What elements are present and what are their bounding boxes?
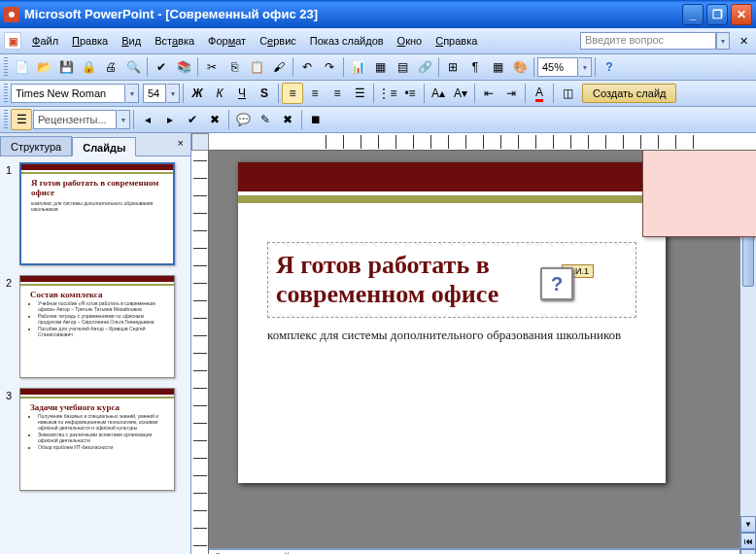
- font-dropdown[interactable]: ▼: [126, 84, 139, 103]
- menu-help[interactable]: Справка: [429, 32, 484, 50]
- align-right-button[interactable]: ≡: [326, 83, 348, 104]
- grid-button[interactable]: ▦: [487, 56, 508, 78]
- next-comment-button[interactable]: ▸: [159, 109, 181, 130]
- scroll-down-button[interactable]: ▼: [740, 516, 756, 533]
- ask-dropdown[interactable]: ▼: [716, 32, 730, 50]
- unapply-button[interactable]: ✖: [204, 109, 225, 130]
- bullets-button[interactable]: •≡: [399, 83, 421, 104]
- preview-button[interactable]: 🔍: [122, 56, 144, 78]
- apply-button[interactable]: ✔: [182, 109, 203, 130]
- permission-button[interactable]: 🔒: [78, 56, 99, 78]
- thumb-number: 2: [6, 275, 19, 289]
- underline-button[interactable]: Ч: [231, 83, 253, 104]
- shadow-button[interactable]: S: [254, 83, 275, 104]
- menu-view[interactable]: Вид: [115, 32, 148, 50]
- align-center-button[interactable]: ≡: [304, 83, 326, 104]
- tab-slides[interactable]: Слайды: [72, 137, 136, 156]
- spell-button[interactable]: ✔: [151, 56, 172, 78]
- maximize-button[interactable]: ❐: [706, 4, 728, 25]
- menu-slideshow[interactable]: Показ слайдов: [303, 32, 391, 50]
- menubar: ▣ Файл Правка Вид Вставка Формат Сервис …: [0, 28, 756, 54]
- distribute-button[interactable]: ☰: [349, 83, 370, 104]
- undo-button[interactable]: ↶: [296, 56, 318, 78]
- design-button[interactable]: ◫: [557, 83, 578, 104]
- new-slide-button[interactable]: Создать слайд: [582, 84, 676, 103]
- slide-subtitle[interactable]: комплекс для системы дополнительного обр…: [267, 328, 636, 343]
- prev-slide-button[interactable]: ⏮: [740, 533, 756, 549]
- decrease-indent-button[interactable]: ⇤: [478, 83, 499, 104]
- comment-popup[interactable]: Иванов 15.11.2005 Уточнить заголовок сла…: [642, 151, 756, 237]
- zoom-combo[interactable]: 45%: [537, 57, 578, 77]
- menu-window[interactable]: Окно: [391, 32, 430, 50]
- menu-edit[interactable]: Правка: [65, 32, 115, 50]
- app-name: Microsoft PowerPoint: [24, 7, 155, 21]
- color-button[interactable]: 🎨: [509, 56, 531, 78]
- slide-canvas[interactable]: Я готов работать в современном офисе ком…: [238, 162, 666, 483]
- increase-font-button[interactable]: A▴: [428, 83, 449, 104]
- doc-icon[interactable]: ▣: [4, 32, 21, 50]
- slide-title[interactable]: Я готов работать в современном офисе: [276, 251, 628, 309]
- close-button[interactable]: ✕: [731, 4, 752, 25]
- tables-borders-button[interactable]: ▤: [392, 56, 413, 78]
- new-button[interactable]: 📄: [11, 56, 32, 78]
- delete-comment-button[interactable]: ✖: [277, 109, 298, 130]
- numbering-button[interactable]: ⋮≡: [377, 83, 398, 104]
- grip[interactable]: [4, 110, 8, 129]
- decrease-font-button[interactable]: A▾: [450, 83, 471, 104]
- print-button[interactable]: 🖨: [100, 56, 121, 78]
- font-color-button[interactable]: A: [529, 83, 550, 104]
- minimize-button[interactable]: _: [682, 4, 704, 25]
- ask-question-input[interactable]: Введите вопрос: [580, 32, 716, 50]
- slide-thumbnail[interactable]: Я готов работать в современном офисе ком…: [19, 162, 175, 265]
- slide-thumbnail[interactable]: Состав комплекса Учебное пособие «Я гото…: [19, 275, 175, 378]
- font-combo[interactable]: Times New Roman: [11, 84, 125, 103]
- hyperlink-button[interactable]: 🔗: [414, 56, 435, 78]
- notes-pane[interactable]: Заметки к слайду: [209, 548, 756, 554]
- menu-format[interactable]: Формат: [201, 32, 253, 50]
- reviewers-dropdown[interactable]: ▼: [118, 110, 130, 129]
- chart-button[interactable]: 📊: [347, 56, 368, 78]
- vertical-ruler[interactable]: [191, 151, 209, 554]
- edit-comment-button[interactable]: ✎: [255, 109, 276, 130]
- research-button[interactable]: 📚: [173, 56, 194, 78]
- end-review-button[interactable]: ⏹: [305, 109, 326, 130]
- open-button[interactable]: 📂: [33, 56, 54, 78]
- italic-button[interactable]: К: [209, 83, 230, 104]
- doc-close-button[interactable]: ✕: [736, 33, 752, 50]
- help-bubble-icon[interactable]: ?: [540, 267, 573, 300]
- zoom-dropdown[interactable]: ▼: [579, 57, 592, 77]
- doc-name: [Современный офис 23]: [165, 7, 318, 21]
- standard-toolbar: 📄 📂 💾 🔒 🖨 🔍 ✔ 📚 ✂ ⎘ 📋 🖌 ↶ ↷ 📊 ▦ ▤ 🔗 ⊞ ¶ …: [0, 54, 756, 81]
- panel-close-button[interactable]: ×: [171, 133, 190, 156]
- help-button[interactable]: ?: [599, 56, 620, 78]
- redo-button[interactable]: ↷: [319, 56, 340, 78]
- align-left-button[interactable]: ≡: [282, 83, 303, 104]
- menu-file[interactable]: Файл: [25, 32, 65, 50]
- menu-tools[interactable]: Сервис: [253, 32, 303, 50]
- cut-button[interactable]: ✂: [201, 56, 223, 78]
- increase-indent-button[interactable]: ⇥: [500, 83, 522, 104]
- grip[interactable]: [4, 84, 8, 103]
- paste-button[interactable]: 📋: [246, 56, 267, 78]
- expand-button[interactable]: ⊞: [442, 56, 464, 78]
- prev-comment-button[interactable]: ◂: [137, 109, 158, 130]
- insert-comment-button[interactable]: 💬: [232, 109, 254, 130]
- show-markup-button[interactable]: ☰: [11, 109, 32, 130]
- horizontal-ruler[interactable]: [209, 133, 756, 151]
- save-button[interactable]: 💾: [55, 56, 77, 78]
- size-dropdown[interactable]: ▼: [167, 84, 180, 103]
- copy-button[interactable]: ⎘: [223, 56, 245, 78]
- slide-thumbnail[interactable]: Задачи учебного курса Получение базовых …: [19, 388, 175, 491]
- size-combo[interactable]: 54: [143, 84, 166, 103]
- bold-button[interactable]: Ж: [187, 83, 208, 104]
- svg-point-1: [9, 12, 15, 17]
- grip[interactable]: [4, 57, 8, 77]
- menu-insert[interactable]: Вставка: [148, 32, 201, 50]
- next-slide-button[interactable]: ⏭: [740, 549, 756, 554]
- show-formatting-button[interactable]: ¶: [464, 56, 486, 78]
- table-button[interactable]: ▦: [369, 56, 391, 78]
- title-placeholder[interactable]: Я готов работать в современном офисе: [267, 242, 636, 318]
- reviewers-combo[interactable]: Рецензенты...: [33, 110, 117, 129]
- tab-outline[interactable]: Структура: [0, 136, 72, 156]
- format-painter-button[interactable]: 🖌: [268, 56, 290, 78]
